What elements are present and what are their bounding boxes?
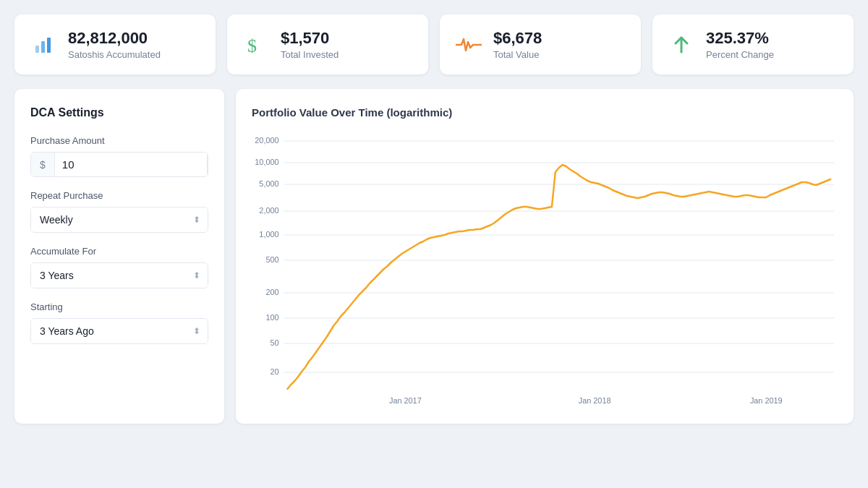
svg-rect-1 (41, 41, 45, 53)
accumulate-select[interactable]: 1 Year 2 Years 3 Years 4 Years 5 Years (31, 263, 208, 288)
total-value-text: $6,678 Total Value (493, 29, 542, 60)
portfolio-line (287, 165, 830, 389)
svg-text:200: 200 (265, 288, 278, 296)
svg-text:100: 100 (265, 313, 278, 322)
starting-label: Starting (30, 301, 208, 312)
svg-text:20: 20 (270, 367, 278, 376)
starting-select[interactable]: 1 Year Ago 2 Years Ago 3 Years Ago 4 Yea… (31, 319, 208, 343)
bar-chart-icon (30, 32, 56, 58)
settings-panel: DCA Settings Purchase Amount $ .00 Repea… (14, 89, 224, 424)
metric-cards: 82,812,000 Satoshis Accumulated $ $1,570… (14, 14, 854, 74)
satoshis-label: Satoshis Accumulated (68, 49, 161, 60)
chart-svg: 20,000 10,000 5,000 2,000 1,000 500 200 … (252, 130, 838, 412)
svg-text:Jan 2019: Jan 2019 (750, 396, 783, 405)
percent-text: 325.37% Percent Change (706, 29, 774, 60)
accumulate-group: Accumulate For 1 Year 2 Years 3 Years 4 … (30, 246, 208, 288)
svg-text:Jan 2017: Jan 2017 (389, 396, 422, 405)
total-value-card: $6,678 Total Value (440, 14, 641, 74)
svg-text:2,000: 2,000 (259, 206, 278, 215)
invested-text: $1,570 Total Invested (281, 29, 339, 60)
total-value-value: $6,678 (493, 29, 542, 48)
repeat-purchase-select[interactable]: Weekly Daily Monthly (31, 207, 208, 232)
svg-rect-0 (35, 46, 39, 53)
invested-value: $1,570 (281, 29, 339, 48)
svg-text:10,000: 10,000 (255, 158, 278, 166)
chart-title: Portfolio Value Over Time (logarithmic) (252, 106, 838, 119)
svg-text:1,000: 1,000 (259, 230, 278, 239)
purchase-amount-input-row: $ .00 (30, 152, 208, 177)
percent-value: 325.37% (706, 29, 774, 48)
repeat-purchase-wrapper: Weekly Daily Monthly ⬍ (30, 207, 208, 233)
chart-panel: Portfolio Value Over Time (logarithmic) … (236, 89, 854, 424)
percent-card: 325.37% Percent Change (652, 14, 854, 74)
svg-text:500: 500 (265, 255, 278, 264)
invested-card: $ $1,570 Total Invested (227, 14, 428, 74)
dollar-icon: $ (243, 32, 269, 58)
svg-text:5,000: 5,000 (259, 179, 278, 188)
pulse-icon (456, 32, 482, 58)
purchase-amount-group: Purchase Amount $ .00 (30, 135, 208, 177)
purchase-suffix: .00 (207, 153, 208, 176)
satoshis-text: 82,812,000 Satoshis Accumulated (68, 29, 161, 60)
purchase-amount-label: Purchase Amount (30, 135, 208, 146)
arrow-up-icon (668, 32, 694, 58)
svg-rect-2 (47, 38, 51, 53)
purchase-amount-input[interactable] (55, 153, 207, 176)
svg-text:50: 50 (270, 338, 278, 347)
svg-text:$: $ (247, 35, 257, 56)
accumulate-label: Accumulate For (30, 246, 208, 257)
chart-area: 20,000 10,000 5,000 2,000 1,000 500 200 … (252, 130, 838, 412)
svg-text:20,000: 20,000 (255, 136, 278, 145)
accumulate-wrapper: 1 Year 2 Years 3 Years 4 Years 5 Years ⬍ (30, 262, 208, 288)
settings-title: DCA Settings (30, 106, 208, 119)
invested-label: Total Invested (281, 49, 339, 60)
starting-wrapper: 1 Year Ago 2 Years Ago 3 Years Ago 4 Yea… (30, 318, 208, 344)
percent-label: Percent Change (706, 49, 774, 60)
repeat-purchase-group: Repeat Purchase Weekly Daily Monthly ⬍ (30, 190, 208, 233)
satoshis-card: 82,812,000 Satoshis Accumulated (14, 14, 216, 74)
starting-group: Starting 1 Year Ago 2 Years Ago 3 Years … (30, 301, 208, 344)
svg-text:Jan 2018: Jan 2018 (579, 396, 611, 405)
purchase-prefix: $ (31, 153, 55, 176)
repeat-purchase-label: Repeat Purchase (30, 190, 208, 201)
main-row: DCA Settings Purchase Amount $ .00 Repea… (14, 89, 854, 424)
satoshis-value: 82,812,000 (68, 29, 161, 48)
total-value-label: Total Value (493, 49, 542, 60)
